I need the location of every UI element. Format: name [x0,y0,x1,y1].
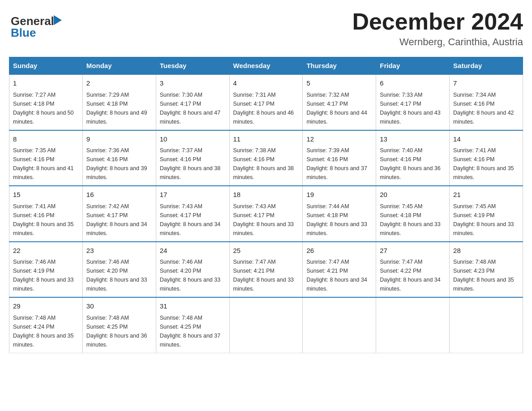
calendar-day-cell: 1 Sunrise: 7:27 AMSunset: 4:18 PMDayligh… [9,74,83,130]
calendar-day-cell: 17 Sunrise: 7:43 AMSunset: 4:17 PMDaylig… [156,186,229,242]
day-number: 24 [160,246,226,256]
day-info: Sunrise: 7:27 AMSunset: 4:18 PMDaylight:… [13,92,74,125]
day-number: 8 [13,134,79,145]
day-info: Sunrise: 7:43 AMSunset: 4:17 PMDaylight:… [160,203,221,236]
calendar-day-cell: 24 Sunrise: 7:46 AMSunset: 4:20 PMDaylig… [156,242,229,298]
location-title: Wernberg, Carinthia, Austria [352,36,523,48]
header-wednesday: Wednesday [229,57,303,75]
calendar-day-cell: 10 Sunrise: 7:37 AMSunset: 4:16 PMDaylig… [156,130,229,186]
calendar-week-row: 8 Sunrise: 7:35 AMSunset: 4:16 PMDayligh… [9,130,523,186]
day-number: 19 [306,190,372,200]
calendar-week-row: 15 Sunrise: 7:41 AMSunset: 4:16 PMDaylig… [9,186,523,242]
calendar-day-cell: 6 Sunrise: 7:33 AMSunset: 4:17 PMDayligh… [376,74,450,130]
day-info: Sunrise: 7:47 AMSunset: 4:22 PMDaylight:… [380,259,441,292]
calendar-day-cell: 29 Sunrise: 7:48 AMSunset: 4:24 PMDaylig… [9,297,83,353]
day-info: Sunrise: 7:46 AMSunset: 4:19 PMDaylight:… [13,259,74,292]
day-number: 21 [453,190,519,200]
calendar-day-cell: 20 Sunrise: 7:45 AMSunset: 4:18 PMDaylig… [376,186,450,242]
calendar-day-cell [303,297,376,353]
day-info: Sunrise: 7:31 AMSunset: 4:17 PMDaylight:… [233,92,294,125]
calendar-day-cell: 30 Sunrise: 7:48 AMSunset: 4:25 PMDaylig… [82,297,156,353]
day-number: 10 [160,134,226,145]
day-info: Sunrise: 7:41 AMSunset: 4:16 PMDaylight:… [453,147,514,180]
calendar-day-cell: 14 Sunrise: 7:41 AMSunset: 4:16 PMDaylig… [450,130,523,186]
day-info: Sunrise: 7:42 AMSunset: 4:17 PMDaylight:… [86,203,147,236]
day-info: Sunrise: 7:36 AMSunset: 4:16 PMDaylight:… [86,147,147,180]
day-info: Sunrise: 7:46 AMSunset: 4:20 PMDaylight:… [160,259,221,292]
calendar-day-cell: 31 Sunrise: 7:48 AMSunset: 4:25 PMDaylig… [156,297,229,353]
day-number: 7 [453,78,519,89]
day-info: Sunrise: 7:48 AMSunset: 4:25 PMDaylight:… [86,315,147,348]
day-number: 20 [380,190,446,200]
calendar-table: Sunday Monday Tuesday Wednesday Thursday… [9,57,523,353]
day-info: Sunrise: 7:39 AMSunset: 4:16 PMDaylight:… [306,147,367,180]
day-number: 18 [233,190,299,200]
calendar-day-cell [229,297,303,353]
day-number: 2 [86,78,152,89]
calendar-day-cell: 13 Sunrise: 7:40 AMSunset: 4:16 PMDaylig… [376,130,450,186]
calendar-day-cell: 11 Sunrise: 7:38 AMSunset: 4:16 PMDaylig… [229,130,303,186]
day-info: Sunrise: 7:33 AMSunset: 4:17 PMDaylight:… [380,92,441,125]
day-info: Sunrise: 7:32 AMSunset: 4:17 PMDaylight:… [306,92,367,125]
day-number: 4 [233,78,299,89]
day-number: 15 [13,190,79,200]
day-number: 17 [160,190,226,200]
header-saturday: Saturday [450,57,523,75]
header-sunday: Sunday [9,57,83,75]
day-info: Sunrise: 7:35 AMSunset: 4:16 PMDaylight:… [13,147,74,180]
calendar-day-cell: 3 Sunrise: 7:30 AMSunset: 4:17 PMDayligh… [156,74,229,130]
logo-svg: General Blue [9,9,67,40]
day-info: Sunrise: 7:41 AMSunset: 4:16 PMDaylight:… [13,203,74,236]
day-info: Sunrise: 7:34 AMSunset: 4:16 PMDaylight:… [453,92,514,125]
day-info: Sunrise: 7:29 AMSunset: 4:18 PMDaylight:… [86,92,147,125]
day-number: 22 [13,246,79,256]
calendar-day-cell: 28 Sunrise: 7:48 AMSunset: 4:23 PMDaylig… [450,242,523,298]
calendar-day-cell: 22 Sunrise: 7:46 AMSunset: 4:19 PMDaylig… [9,242,83,298]
page-header: General Blue December 2024 Wernberg, Car… [9,9,523,48]
svg-marker-1 [54,15,62,25]
day-number: 16 [86,190,152,200]
day-number: 31 [160,301,226,312]
day-info: Sunrise: 7:43 AMSunset: 4:17 PMDaylight:… [233,203,294,236]
day-info: Sunrise: 7:48 AMSunset: 4:25 PMDaylight:… [160,315,221,348]
logo: General Blue [9,9,67,40]
calendar-body: 1 Sunrise: 7:27 AMSunset: 4:18 PMDayligh… [9,74,523,353]
day-number: 26 [306,246,372,256]
day-info: Sunrise: 7:47 AMSunset: 4:21 PMDaylight:… [306,259,367,292]
calendar-day-cell: 16 Sunrise: 7:42 AMSunset: 4:17 PMDaylig… [82,186,156,242]
day-info: Sunrise: 7:38 AMSunset: 4:16 PMDaylight:… [233,147,294,180]
day-info: Sunrise: 7:46 AMSunset: 4:20 PMDaylight:… [86,259,147,292]
calendar-week-row: 29 Sunrise: 7:48 AMSunset: 4:24 PMDaylig… [9,297,523,353]
calendar-week-row: 22 Sunrise: 7:46 AMSunset: 4:19 PMDaylig… [9,242,523,298]
calendar-day-cell [376,297,450,353]
header-monday: Monday [82,57,156,75]
day-number: 28 [453,246,519,256]
day-number: 12 [306,134,372,145]
calendar-day-cell: 18 Sunrise: 7:43 AMSunset: 4:17 PMDaylig… [229,186,303,242]
day-number: 5 [306,78,372,89]
day-info: Sunrise: 7:37 AMSunset: 4:16 PMDaylight:… [160,147,221,180]
calendar-day-cell: 25 Sunrise: 7:47 AMSunset: 4:21 PMDaylig… [229,242,303,298]
calendar-day-cell: 15 Sunrise: 7:41 AMSunset: 4:16 PMDaylig… [9,186,83,242]
header-friday: Friday [376,57,450,75]
header-thursday: Thursday [303,57,376,75]
calendar-day-cell: 4 Sunrise: 7:31 AMSunset: 4:17 PMDayligh… [229,74,303,130]
day-number: 27 [380,246,446,256]
calendar-day-cell: 7 Sunrise: 7:34 AMSunset: 4:16 PMDayligh… [450,74,523,130]
day-number: 14 [453,134,519,145]
calendar-day-cell: 26 Sunrise: 7:47 AMSunset: 4:21 PMDaylig… [303,242,376,298]
month-title: December 2024 [352,9,523,34]
day-number: 6 [380,78,446,89]
svg-text:Blue: Blue [11,26,36,39]
calendar-header: Sunday Monday Tuesday Wednesday Thursday… [9,57,523,75]
calendar-day-cell: 2 Sunrise: 7:29 AMSunset: 4:18 PMDayligh… [82,74,156,130]
day-header-row: Sunday Monday Tuesday Wednesday Thursday… [9,57,523,75]
calendar-day-cell: 19 Sunrise: 7:44 AMSunset: 4:18 PMDaylig… [303,186,376,242]
day-number: 23 [86,246,152,256]
calendar-day-cell: 23 Sunrise: 7:46 AMSunset: 4:20 PMDaylig… [82,242,156,298]
day-info: Sunrise: 7:48 AMSunset: 4:24 PMDaylight:… [13,315,74,348]
day-info: Sunrise: 7:48 AMSunset: 4:23 PMDaylight:… [453,259,514,292]
day-number: 9 [86,134,152,145]
day-info: Sunrise: 7:30 AMSunset: 4:17 PMDaylight:… [160,92,221,125]
day-info: Sunrise: 7:45 AMSunset: 4:19 PMDaylight:… [453,203,514,236]
